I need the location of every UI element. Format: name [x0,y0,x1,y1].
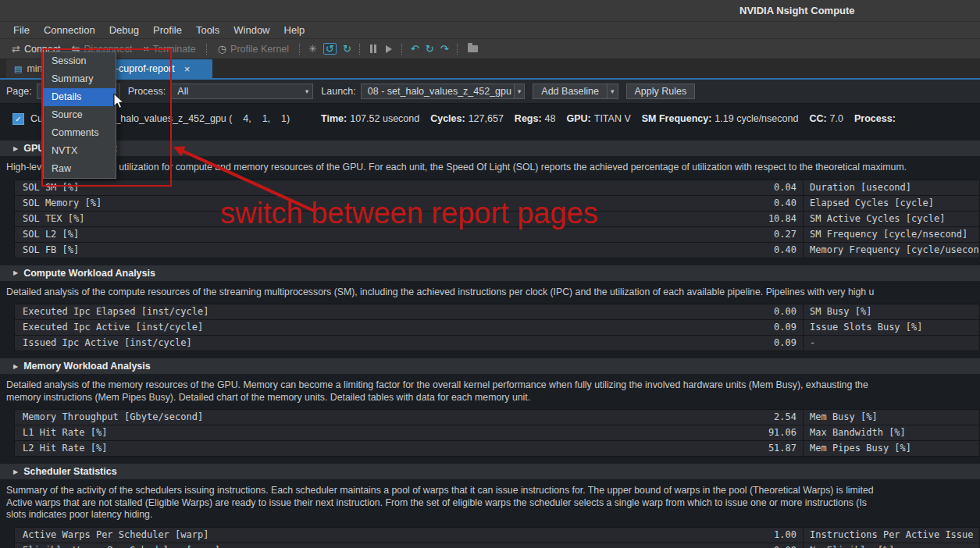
profile-series-icon[interactable]: ↻ [343,44,351,54]
table-row[interactable]: Active Warps Per Scheduler [warp]1.00 In… [15,528,979,543]
page-menu-item-nvtx[interactable]: NVTX [44,142,116,160]
redo-icon[interactable]: ↷ [440,44,449,54]
regs-label: Regs: [515,113,542,124]
table-row[interactable]: Executed Ipc Active [inst/cycle]0.09 Iss… [15,320,979,336]
toolbar-separator [299,44,301,55]
apply-rules-button[interactable]: Apply Rules [626,84,696,99]
metric-value: 0.04 [774,180,796,195]
launch-label: Launch: [321,86,355,97]
table-row[interactable]: L1 Hit Rate [%]91.06 Max Bandwidth [%] [15,425,979,441]
metric-name-2: No Eligible [%] [804,543,979,548]
title-bar: NVIDIA Nsight Compute [0,0,980,22]
expand-arrow-icon[interactable]: ▶ [13,363,18,370]
table-row[interactable]: Eligible Warps Per Scheduler [warp]0.09 … [15,543,979,548]
window-title: NVIDIA Nsight Compute [739,5,855,16]
page-menu-item-source[interactable]: Source [44,106,116,124]
menu-connection[interactable]: Connection [37,23,102,37]
metric-name: SOL Memory [%] [23,196,102,211]
table-row[interactable]: SOL Memory [%]0.40 Elapsed Cycles [cycle… [15,196,979,212]
menu-debug[interactable]: Debug [102,23,146,37]
interactive-profile-icon[interactable]: ↺ [323,43,337,55]
page-menu-item-summary[interactable]: Summary [44,70,116,88]
metric-value: 0.09 [774,543,796,548]
terminate-button[interactable]: × Terminate [137,42,201,56]
page-menu-item-raw[interactable]: Raw [44,160,116,178]
menu-profile[interactable]: Profile [146,23,189,37]
menu-file[interactable]: File [6,23,37,37]
expand-arrow-icon[interactable]: ▶ [13,145,18,152]
metric-name: SOL TEX [%] [23,212,84,226]
expand-arrow-icon[interactable]: ▶ [13,468,18,475]
metric-value: 91.06 [768,425,796,440]
page-menu-item-details[interactable]: Details [44,88,116,106]
section-description: High-level overview of the utilization f… [0,156,980,174]
metric-name-2: SM Frequency [cycle/nsecond] [804,227,979,242]
launch-dropdown-button[interactable]: ▾ [514,84,526,99]
table-row[interactable]: Memory Throughput [Gbyte/second]2.54 Mem… [15,410,979,425]
cc-value: 7.0 [830,113,843,124]
table-row[interactable]: L2 Hit Rate [%]51.87 Mem Pipes Busy [%] [15,441,979,457]
metric-value: 0.40 [774,243,796,258]
metrics-table: Active Warps Per Scheduler [warp]1.00 In… [14,527,980,548]
metric-name-2: Memory Frequency [cycle/usecond] [804,243,979,258]
connect-icon: ⇄ [12,44,20,54]
section-header[interactable]: ▶ Scheduler Statistics [0,464,980,479]
undo-icon[interactable]: ↶ [411,44,419,54]
section-gpu-speed-of-light: ▶ GPU Speed Of Light High-level overview… [0,141,980,258]
expand-arrow-icon[interactable]: ▶ [13,269,18,276]
tab-label: min [27,63,42,74]
metric-name: Executed Ipc Elapsed [inst/cycle] [23,304,208,319]
reload-icon[interactable]: ↻ [426,44,434,54]
step-icon[interactable] [386,45,392,53]
menu-window[interactable]: Window [226,23,276,37]
section-header[interactable]: ▶ Memory Workload Analysis [0,358,980,374]
section-header[interactable]: ▶ Compute Workload Analysis [0,265,980,281]
process-label: Process: [128,86,166,97]
result-checkbox[interactable]: ✓ [12,113,24,125]
close-tab-icon[interactable]: × [184,63,191,75]
open-report-icon[interactable] [468,45,478,52]
table-row[interactable]: Issued Ipc Active [inst/cycle]0.09 - [15,336,979,351]
report-tab-bar: ▤ min ...t-cuprof-report × [0,59,980,80]
section-title: Compute Workload Analysis [23,268,155,279]
table-row[interactable]: SOL TEX [%]10.84 SM Active Cycles [cycle… [15,212,979,227]
section-description: Detailed analysis of the memory resource… [0,374,980,404]
metric-value: 0.27 [774,227,796,242]
metric-name-2: Issue Slots Busy [%] [804,320,979,335]
profile-kernel-button[interactable]: ◷ Profile Kernel [212,42,294,56]
metric-value: 2.54 [774,410,796,425]
add-baseline-dropdown-button[interactable]: ▾ [607,84,618,99]
table-row[interactable]: Executed Ipc Elapsed [inst/cycle]0.00 SM… [15,304,979,320]
description-line: Detailed analysis of the compute resourc… [6,286,974,299]
description-line: High-level overview of the utilization f… [6,162,974,174]
metrics-table: Memory Throughput [Gbyte/second]2.54 Mem… [14,409,980,457]
add-baseline-button[interactable]: Add Baseline [533,84,608,99]
terminate-icon: × [143,44,149,54]
menu-bar: File Connection Debug Profile Tools Wind… [0,22,980,39]
page-menu-item-session[interactable]: Session [44,52,116,70]
section-title: Scheduler Statistics [23,466,117,477]
description-line: Active warps that are not stalled (Eligi… [6,497,974,510]
pause-icon[interactable] [370,44,376,53]
metric-value: 0.00 [774,304,796,319]
chevron-down-icon: ▾ [611,87,615,95]
menu-help[interactable]: Help [277,23,312,37]
auto-profile-icon[interactable]: ✳ [308,44,317,54]
page-menu-item-comments[interactable]: Comments [44,124,116,142]
metric-name-2: SM Active Cycles [cycle] [804,212,979,226]
metric-name: SOL SM [%] [23,180,79,195]
process-select[interactable]: All ▾ [170,84,313,99]
metric-name: Executed Ipc Active [inst/cycle] [23,320,203,335]
table-row[interactable]: SOL SM [%]0.04 Duration [usecond] [15,180,979,196]
report-doc-icon: ▤ [14,64,22,74]
launch-select[interactable]: 08 - set_halo_values_z_452_gpu ▾ [361,84,515,99]
chevron-down-icon: ▾ [518,87,522,95]
toolbar-separator [359,44,361,55]
table-row[interactable]: SOL L2 [%]0.27 SM Frequency [cycle/nseco… [15,227,979,243]
section-header[interactable]: ▶ GPU Speed Of Light [0,141,980,156]
nsight-compute-window: NVIDIA Nsight Compute File Connection De… [0,0,980,548]
table-row[interactable]: SOL FB [%]0.40 Memory Frequency [cycle/u… [15,243,979,258]
menu-tools[interactable]: Tools [189,23,226,37]
time-label: Time: [321,113,347,124]
metric-value: 0.09 [774,336,796,351]
